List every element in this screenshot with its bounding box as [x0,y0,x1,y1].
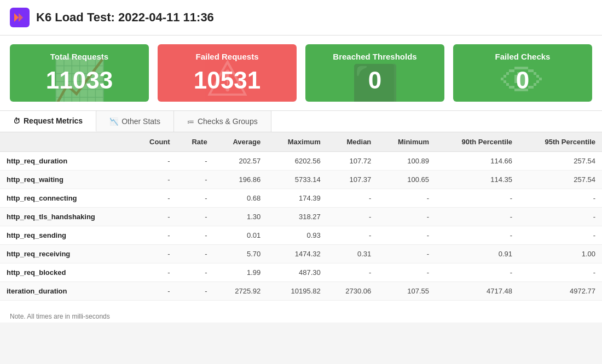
metric-value: - [177,226,214,245]
metric-value: 107.37 [327,171,378,189]
table-row: http_req_sending--0.010.93---- [0,226,602,245]
breached-thresholds-card: Breached Thresholds 0 ⬛ [305,44,444,102]
metrics-table: Count Rate Average Maximum Median Minimu… [0,132,602,301]
metric-value: - [327,263,378,282]
page-header: K6 Load Test: 2022-04-11 11:36 [0,0,602,36]
metric-value: - [132,152,176,171]
metric-value: 100.89 [378,152,436,171]
metric-value: - [132,208,176,226]
metric-value: - [327,189,378,208]
metrics-table-container: Count Rate Average Maximum Median Minimu… [0,132,602,307]
failed-requests-value: 10531 [167,67,287,94]
total-requests-card: Total Requests 11033 📈 [10,44,149,102]
metric-value: - [177,263,214,282]
table-header-row: Count Rate Average Maximum Median Minimu… [0,132,602,152]
metric-value: 0.68 [214,189,268,208]
metric-value: - [132,263,176,282]
metric-name: http_req_receiving [0,245,132,263]
metric-value: - [519,226,602,245]
metric-value: - [436,208,519,226]
metric-value: - [132,189,176,208]
metric-value: - [378,245,436,263]
metric-value: - [132,171,176,189]
metric-value: 4717.48 [436,282,519,301]
chart-icon: 📉 [109,118,118,126]
metric-value: 174.39 [267,189,327,208]
metric-value: - [519,189,602,208]
metric-value: 0.01 [214,226,268,245]
tab-request-metrics[interactable]: ⏱ Request Metrics [0,111,96,132]
metric-value: - [177,152,214,171]
breached-thresholds-label: Breached Thresholds [315,52,435,61]
failed-requests-card: Failed Requests 10531 ⚠ [158,44,297,102]
failed-checks-card: Failed Checks 0 👁 [453,44,592,102]
metric-value: - [177,245,214,263]
metric-value: - [132,245,176,263]
k6-logo [10,8,30,27]
metric-value: - [436,189,519,208]
table-note: Note. All times are in milli-seconds [0,307,602,322]
page-title: K6 Load Test: 2022-04-11 11:36 [36,10,214,25]
metric-value: - [177,282,214,301]
metric-name: iteration_duration [0,282,132,301]
tab-other-stats[interactable]: 📉 Other Stats [96,111,174,132]
metric-value: 1.30 [214,208,268,226]
col-p95: 95th Percentile [519,132,602,152]
metric-value: - [519,208,602,226]
clock-icon: ⏱ [13,117,20,125]
metric-value: - [327,226,378,245]
metric-value: - [177,171,214,189]
metric-value: 107.55 [378,282,436,301]
metric-value: - [177,208,214,226]
metric-value: 114.66 [436,152,519,171]
col-p90: 90th Percentile [436,132,519,152]
table-row: http_req_receiving--5.701474.320.31-0.91… [0,245,602,263]
col-rate: Rate [177,132,214,152]
metric-value: 0.91 [436,245,519,263]
col-median: Median [327,132,378,152]
metric-value: 487.30 [267,263,327,282]
metric-value: - [327,208,378,226]
metric-value: 114.35 [436,171,519,189]
col-minimum: Minimum [378,132,436,152]
col-name [0,132,132,152]
metric-value: 6202.56 [267,152,327,171]
table-row: http_req_duration--202.576202.56107.7210… [0,152,602,171]
metric-value: 196.86 [214,171,268,189]
tab-request-metrics-label: Request Metrics [24,116,83,125]
metric-value: 100.65 [378,171,436,189]
metric-value: 257.54 [519,171,602,189]
metric-value: 2730.06 [327,282,378,301]
metric-name: http_req_blocked [0,263,132,282]
col-count: Count [132,132,176,152]
metric-name: http_req_tls_handshaking [0,208,132,226]
tab-checks-groups[interactable]: ≔ Checks & Groups [174,111,271,132]
list-icon: ≔ [187,118,194,126]
metric-value: 0.93 [267,226,327,245]
tab-other-stats-label: Other Stats [121,117,160,126]
metric-value: - [519,263,602,282]
col-average: Average [214,132,268,152]
metric-name: http_req_connecting [0,189,132,208]
metric-value: 318.27 [267,208,327,226]
metric-value: - [132,282,176,301]
metric-name: http_req_waiting [0,171,132,189]
metric-value: - [436,226,519,245]
metric-value: 5.70 [214,245,268,263]
metric-value: - [436,263,519,282]
metric-value: 1.99 [214,263,268,282]
table-row: iteration_duration--2725.9210195.822730.… [0,282,602,301]
metric-value: 257.54 [519,152,602,171]
failed-checks-value: 0 [463,67,582,94]
metric-value: 1.00 [519,245,602,263]
metric-value: 4972.77 [519,282,602,301]
metric-value: 2725.92 [214,282,268,301]
metric-value: - [378,263,436,282]
table-row: http_req_blocked--1.99487.30---- [0,263,602,282]
metric-value: - [378,189,436,208]
total-requests-value: 11033 [20,67,139,94]
metric-value: 1474.32 [267,245,327,263]
metric-name: http_req_duration [0,152,132,171]
metric-value: - [378,226,436,245]
tabs-container: ⏱ Request Metrics 📉 Other Stats ≔ Checks… [0,110,602,132]
